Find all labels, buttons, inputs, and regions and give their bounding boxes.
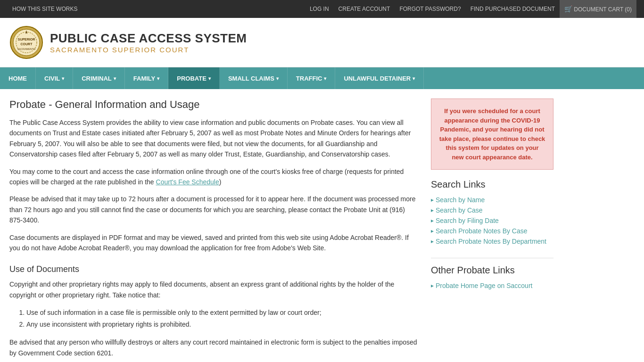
search-links-list: Search by Name Search by Case Search by …: [431, 195, 553, 247]
other-links-title: Other Probate Links: [431, 265, 553, 276]
main-nav: HOME CIVIL ▾ CRIMINAL ▾ FAMILY ▾ PROBATE…: [0, 67, 644, 89]
intro-paragraph-2: You may come to the court and access the…: [9, 166, 420, 188]
document-cart-link[interactable]: 🛒 DOCUMENT CART (0): [560, 0, 636, 18]
top-bar: HOW THIS SITE WORKS LOG IN CREATE ACCOUN…: [0, 0, 644, 18]
list-item: Search by Case: [431, 205, 553, 215]
list-item: Probate Home Page on Saccourt: [431, 280, 553, 291]
chevron-icon: ▾: [62, 76, 64, 81]
main-content: Probate - General Information and Usage …: [9, 99, 420, 362]
cart-label: DOCUMENT CART (0): [574, 6, 632, 13]
site-header: SUPERIOR COURT SACRAMENTO PUBLIC CASE AC…: [0, 18, 644, 67]
search-links-title: Search Links: [431, 179, 553, 190]
intro-paragraph-1: The Public Case Access System provides t…: [9, 117, 420, 160]
search-probate-notes-dept-link[interactable]: Search Probate Notes By Department: [436, 238, 546, 245]
covid-alert: If you were scheduled for a court appear…: [431, 99, 553, 170]
svg-text:COURT: COURT: [21, 42, 33, 46]
intro-paragraph-3: Please be advised that it may take up to…: [9, 194, 420, 225]
chevron-icon: ▾: [157, 76, 159, 81]
list-item: Search Probate Notes By Case: [431, 226, 553, 236]
nav-criminal[interactable]: CRIMINAL ▾: [73, 67, 125, 89]
chevron-icon: ▾: [324, 76, 326, 81]
sidebar-divider: [431, 258, 553, 258]
site-name: PUBLIC CASE ACCESS SYSTEM: [50, 31, 247, 46]
court-seal: SUPERIOR COURT SACRAMENTO: [9, 25, 43, 59]
page-content: Probate - General Information and Usage …: [0, 89, 644, 362]
list-item: Any use inconsistent with proprietary ri…: [26, 319, 420, 330]
nav-probate[interactable]: PROBATE ▾: [168, 67, 220, 89]
kiosk-text-close: ): [219, 178, 222, 186]
chevron-icon: ▾: [413, 76, 415, 81]
other-links-section: Other Probate Links Probate Home Page on…: [431, 265, 553, 291]
section2-closing: Be advised that any person who willfully…: [9, 337, 420, 358]
top-bar-left: HOW THIS SITE WORKS: [8, 0, 82, 18]
svg-text:SACRAMENTO: SACRAMENTO: [17, 48, 36, 50]
login-link[interactable]: LOG IN: [305, 0, 334, 18]
search-probate-notes-case-link[interactable]: Search Probate Notes By Case: [436, 227, 528, 235]
nav-traffic[interactable]: TRAFFIC ▾: [288, 67, 336, 89]
svg-text:SUPERIOR: SUPERIOR: [18, 38, 35, 41]
list-item: Search Probate Notes By Department: [431, 236, 553, 247]
list-item: Search by Filing Date: [431, 215, 553, 226]
list-item: Use of such information in a case file i…: [26, 307, 420, 319]
find-purchased-doc-link[interactable]: FIND PURCHASED DOCUMENT: [466, 0, 560, 18]
other-links-list: Probate Home Page on Saccourt: [431, 280, 553, 291]
sidebar: If you were scheduled for a court appear…: [431, 99, 553, 362]
court-name: SACRAMENTO SUPERIOR COURT: [50, 46, 247, 54]
nav-unlawful-detainer[interactable]: UNLAWFUL DETAINER ▾: [335, 67, 424, 89]
chevron-icon: ▾: [114, 76, 116, 81]
search-by-case-link[interactable]: Search by Case: [436, 206, 483, 214]
nav-family[interactable]: FAMILY ▾: [125, 67, 168, 89]
list-item: Search by Name: [431, 195, 553, 205]
section2-title: Use of Documents: [9, 264, 420, 274]
nav-civil[interactable]: CIVIL ▾: [36, 67, 73, 89]
page-title: Probate - General Information and Usage: [9, 99, 420, 111]
top-bar-right: LOG IN CREATE ACCOUNT FORGOT PASSWORD? F…: [305, 0, 636, 18]
forgot-password-link[interactable]: FORGOT PASSWORD?: [395, 0, 465, 18]
search-by-name-link[interactable]: Search by Name: [436, 196, 485, 204]
section2-intro: Copyright and other proprietary rights m…: [9, 279, 420, 300]
site-title: PUBLIC CASE ACCESS SYSTEM SACRAMENTO SUP…: [50, 31, 247, 54]
probate-home-page-link[interactable]: Probate Home Page on Saccourt: [436, 282, 532, 289]
chevron-icon: ▾: [276, 76, 279, 81]
search-links-section: Search Links Search by Name Search by Ca…: [431, 179, 553, 247]
search-by-filing-date-link[interactable]: Search by Filing Date: [436, 217, 499, 224]
nav-small-claims[interactable]: SMALL CLAIMS ▾: [220, 67, 288, 89]
nav-home[interactable]: HOME: [0, 67, 36, 89]
create-account-link[interactable]: CREATE ACCOUNT: [334, 0, 395, 18]
cart-icon: 🛒: [564, 5, 572, 13]
how-site-works-link[interactable]: HOW THIS SITE WORKS: [8, 0, 82, 18]
intro-paragraph-4: Case documents are displayed in PDF form…: [9, 232, 420, 254]
fee-schedule-link[interactable]: Court's Fee Schedule: [156, 178, 219, 186]
chevron-icon: ▾: [208, 76, 211, 81]
usage-list: Use of such information in a case file i…: [26, 307, 420, 330]
